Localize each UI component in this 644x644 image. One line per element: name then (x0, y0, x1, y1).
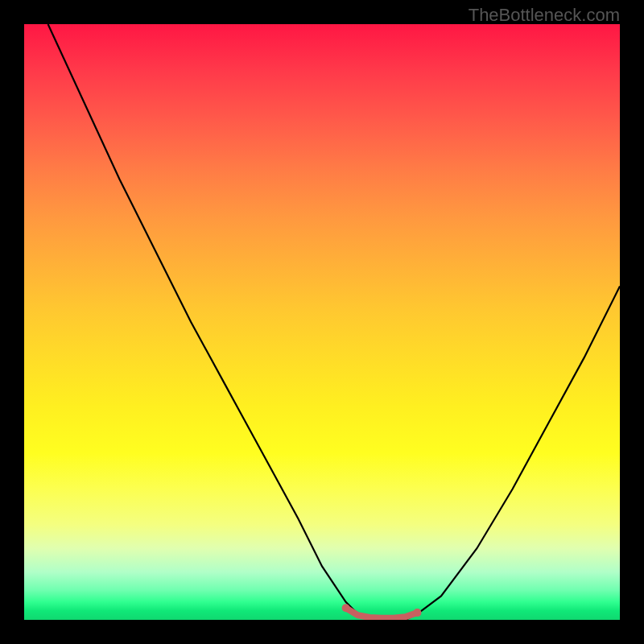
sweet-spot-dot-left (342, 604, 350, 612)
watermark-text: TheBottleneck.com (469, 5, 620, 26)
bottleneck-curve (48, 24, 620, 620)
curve-layer (24, 24, 620, 620)
sweet-spot-dot-right (413, 609, 421, 617)
chart-container: TheBottleneck.com (0, 0, 644, 644)
sweet-spot-marker (346, 608, 418, 618)
plot-area (24, 24, 620, 620)
